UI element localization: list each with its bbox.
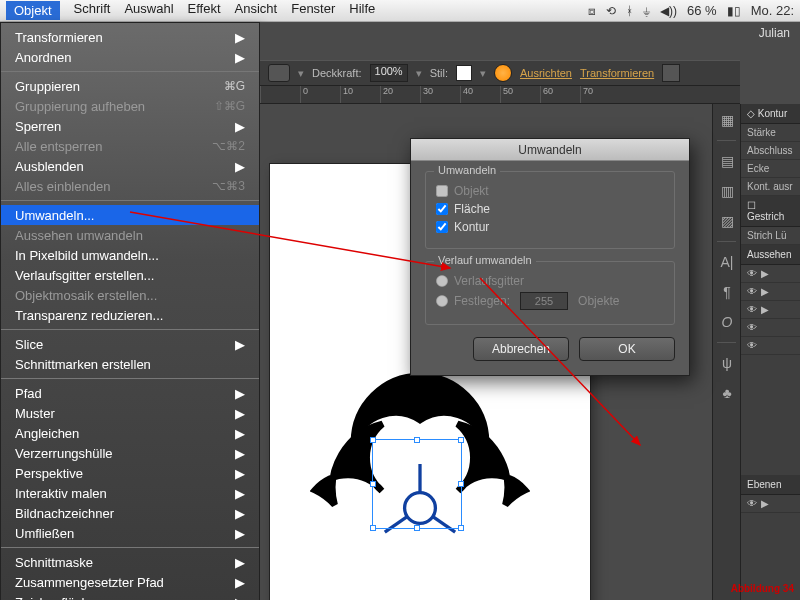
menu-hilfe[interactable]: Hilfe <box>349 1 375 20</box>
panel-gestrich-header[interactable]: ☐ Gestrich <box>741 196 800 227</box>
dialog-title: Umwandeln <box>411 139 689 161</box>
clover-icon[interactable]: ♣ <box>717 383 737 403</box>
menuitem-slice[interactable]: Slice▶ <box>1 334 259 354</box>
style-label: Stil: <box>430 67 448 79</box>
opacity-value[interactable]: 100% <box>370 64 408 82</box>
type-icon[interactable]: A| <box>717 252 737 272</box>
align-link[interactable]: Ausrichten <box>520 67 572 79</box>
wifi-icon: ⏚ <box>643 4 650 18</box>
menu-ansicht[interactable]: Ansicht <box>235 1 278 20</box>
row-abschluss: Abschluss <box>741 142 800 160</box>
appearance-row[interactable]: 👁 <box>741 319 800 337</box>
selection-box[interactable] <box>372 439 462 529</box>
clock: Mo. 22: <box>751 3 794 18</box>
menuitem-perspektive[interactable]: Perspektive▶ <box>1 463 259 483</box>
menuitem-pfad[interactable]: Pfad▶ <box>1 383 259 403</box>
specify-count <box>520 292 568 310</box>
menuitem-alle-entsperren: Alle entsperren⌥⌘2 <box>1 136 259 156</box>
menuitem-verlaufsgitter-erstellen-[interactable]: Verlaufsgitter erstellen... <box>1 265 259 285</box>
menuitem-alles-einblenden: Alles einblenden⌥⌘3 <box>1 176 259 196</box>
menu-fenster[interactable]: Fenster <box>291 1 335 20</box>
group-verlauf-legend: Verlauf umwandeln <box>434 254 536 266</box>
style-swatch[interactable] <box>456 65 472 81</box>
right-panel: ◇ Kontur Stärke Abschluss Ecke Kont. aus… <box>740 104 800 600</box>
row-strich: Strich Lü <box>741 227 800 245</box>
menuitem-gruppieren[interactable]: Gruppieren⌘G <box>1 76 259 96</box>
control-bar: ▾ Deckkraft: 100% ▾ Stil: ▾ Ausrichten T… <box>260 60 740 86</box>
volume-icon: ◀)) <box>660 4 677 18</box>
menu-schrift[interactable]: Schrift <box>74 1 111 20</box>
swatches-icon[interactable]: ▤ <box>717 151 737 171</box>
umwandeln-dialog: Umwandeln Umwandeln Objekt Fläche Kontur… <box>410 138 690 376</box>
menuitem-ausblenden[interactable]: Ausblenden▶ <box>1 156 259 176</box>
menuitem-muster[interactable]: Muster▶ <box>1 403 259 423</box>
appearance-row[interactable]: 👁▶ <box>741 265 800 283</box>
sync-icon: ⟲ <box>606 4 616 18</box>
menuitem-in-pixelbild-umwandeln-[interactable]: In Pixelbild umwandeln... <box>1 245 259 265</box>
cancel-button[interactable]: Abbrechen <box>473 337 569 361</box>
row-staerke: Stärke <box>741 124 800 142</box>
menuitem-transformieren[interactable]: Transformieren▶ <box>1 27 259 47</box>
battery-percent: 66 % <box>687 3 717 18</box>
group-umwandeln-legend: Umwandeln <box>434 164 500 176</box>
menuitem-angleichen[interactable]: Angleichen▶ <box>1 423 259 443</box>
menuitem-transparenz-reduzieren-[interactable]: Transparenz reduzieren... <box>1 305 259 325</box>
group-verlauf: Verlauf umwandeln Verlaufsgitter Festleg… <box>425 261 675 325</box>
appearance-row[interactable]: 👁▶ <box>741 301 800 319</box>
menu-effekt[interactable]: Effekt <box>188 1 221 20</box>
radio-festlegen: Festlegen:Objekte <box>436 292 664 310</box>
appearance-row[interactable]: 👁 <box>741 337 800 355</box>
figure-caption: Abbildung 34 <box>731 583 794 594</box>
menuitem-anordnen[interactable]: Anordnen▶ <box>1 47 259 67</box>
menuitem-schnittmaske[interactable]: Schnittmaske▶ <box>1 552 259 572</box>
opentype-icon[interactable]: O <box>717 312 737 332</box>
row-kontausr: Kont. ausr <box>741 178 800 196</box>
menuitem-sperren[interactable]: Sperren▶ <box>1 116 259 136</box>
transform-link[interactable]: Transformieren <box>580 67 654 79</box>
menuitem-objektmosaik-erstellen-: Objektmosaik erstellen... <box>1 285 259 305</box>
dropbox-icon: ⧈ <box>588 4 596 18</box>
layer-row[interactable]: 👁▶ <box>741 495 800 513</box>
usb-icon[interactable]: ψ <box>717 353 737 373</box>
document-title: Julian <box>749 22 800 44</box>
menuitem-bildnachzeichner[interactable]: Bildnachzeichner▶ <box>1 503 259 523</box>
menuitem-umwandeln-[interactable]: Umwandeln... <box>1 205 259 225</box>
battery-icon: ▮▯ <box>727 4 741 18</box>
panel-kontur-header[interactable]: ◇ Kontur <box>741 104 800 124</box>
menuitem-umflie-en[interactable]: Umfließen▶ <box>1 523 259 543</box>
os-status: ⧈ ⟲ ᚼ ⏚ ◀)) 66 % ▮▯ Mo. 22: <box>588 3 794 18</box>
menu-auswahl[interactable]: Auswahl <box>124 1 173 20</box>
ok-button[interactable]: OK <box>579 337 675 361</box>
chk-objekt: Objekt <box>436 184 664 198</box>
opacity-label: Deckkraft: <box>312 67 362 79</box>
paragraph-icon[interactable]: ¶ <box>717 282 737 302</box>
brushes-icon[interactable]: ▥ <box>717 181 737 201</box>
chk-flaeche[interactable]: Fläche <box>436 202 664 216</box>
grid-icon[interactable]: ▦ <box>717 110 737 130</box>
menuitem-schnittmarken-erstellen[interactable]: Schnittmarken erstellen <box>1 354 259 374</box>
bluetooth-icon: ᚼ <box>626 4 633 18</box>
menuitem-aussehen-umwandeln: Aussehen umwandeln <box>1 225 259 245</box>
appearance-row[interactable]: 👁▶ <box>741 283 800 301</box>
os-menubar: Objekt Schrift Auswahl Effekt Ansicht Fe… <box>0 0 800 22</box>
recolor-icon[interactable] <box>494 64 512 82</box>
anchor-icon[interactable] <box>662 64 680 82</box>
menuitem-verzerrungsh-lle[interactable]: Verzerrungshülle▶ <box>1 443 259 463</box>
panel-aussehen-header[interactable]: Aussehen <box>741 245 800 265</box>
chk-kontur[interactable]: Kontur <box>436 220 664 234</box>
right-icon-rail: ▦ ▤ ▥ ▨ A| ¶ O ψ ♣ <box>712 104 740 600</box>
os-menu-items: Objekt Schrift Auswahl Effekt Ansicht Fe… <box>6 1 375 20</box>
row-ecke: Ecke <box>741 160 800 178</box>
controlbar-button[interactable] <box>268 64 290 82</box>
group-umwandeln: Umwandeln Objekt Fläche Kontur <box>425 171 675 249</box>
radio-verlaufsgitter: Verlaufsgitter <box>436 274 664 288</box>
menu-objekt[interactable]: Objekt <box>6 1 60 20</box>
perspective-icon[interactable]: ▨ <box>717 211 737 231</box>
menuitem-interaktiv-malen[interactable]: Interaktiv malen▶ <box>1 483 259 503</box>
panel-ebenen-header[interactable]: Ebenen <box>741 475 800 495</box>
horizontal-ruler: 010203040506070 <box>260 86 740 104</box>
menuitem-gruppierung-aufheben: Gruppierung aufheben⇧⌘G <box>1 96 259 116</box>
menuitem-zusammengesetzter-pfad[interactable]: Zusammengesetzter Pfad▶ <box>1 572 259 592</box>
menuitem-zeichenfl-chen[interactable]: Zeichenflächen▶ <box>1 592 259 600</box>
objekt-dropdown[interactable]: Transformieren▶Anordnen▶Gruppieren⌘GGrup… <box>0 22 260 600</box>
